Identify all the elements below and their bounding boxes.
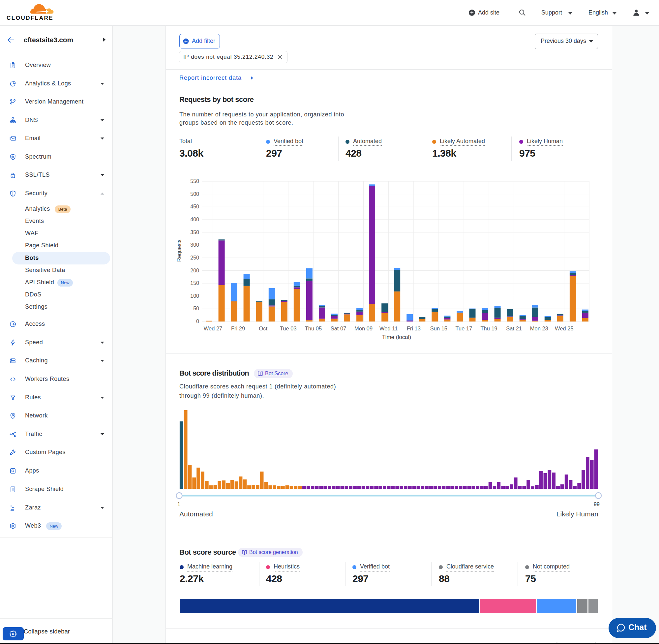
svg-text:150: 150	[190, 280, 199, 286]
svg-text:Requests: Requests	[176, 239, 182, 262]
svg-text:Wed 25: Wed 25	[555, 325, 573, 331]
svg-text:Mon 09: Mon 09	[354, 325, 373, 331]
svg-text:Tue 17: Tue 17	[455, 325, 472, 331]
svg-text:Fri 29: Fri 29	[231, 325, 245, 331]
svg-text:Tue 03: Tue 03	[280, 325, 297, 331]
svg-text:Sat 21: Sat 21	[506, 325, 522, 331]
svg-text:250: 250	[190, 255, 199, 260]
svg-text:Fri 13: Fri 13	[407, 325, 421, 331]
svg-text:200: 200	[190, 268, 199, 273]
svg-text:500: 500	[190, 191, 199, 197]
svg-text:100: 100	[190, 293, 199, 299]
svg-text:Sun 15: Sun 15	[430, 325, 447, 331]
svg-text:300: 300	[190, 242, 199, 248]
svg-text:400: 400	[190, 217, 199, 222]
svg-text:Thu 19: Thu 19	[480, 325, 497, 331]
svg-text:0: 0	[196, 319, 199, 324]
svg-text:Sat 07: Sat 07	[331, 325, 347, 331]
svg-text:Mon 23: Mon 23	[530, 325, 548, 331]
svg-text:450: 450	[190, 204, 199, 209]
svg-text:Wed 27: Wed 27	[204, 325, 222, 331]
svg-text:350: 350	[190, 230, 199, 235]
svg-text:50: 50	[193, 306, 199, 311]
svg-text:Thu 05: Thu 05	[305, 325, 322, 331]
svg-text:Wed 11: Wed 11	[379, 325, 398, 331]
svg-text:550: 550	[190, 178, 199, 184]
svg-text:Oct: Oct	[259, 325, 267, 331]
svg-text:Time (local): Time (local)	[382, 334, 411, 340]
